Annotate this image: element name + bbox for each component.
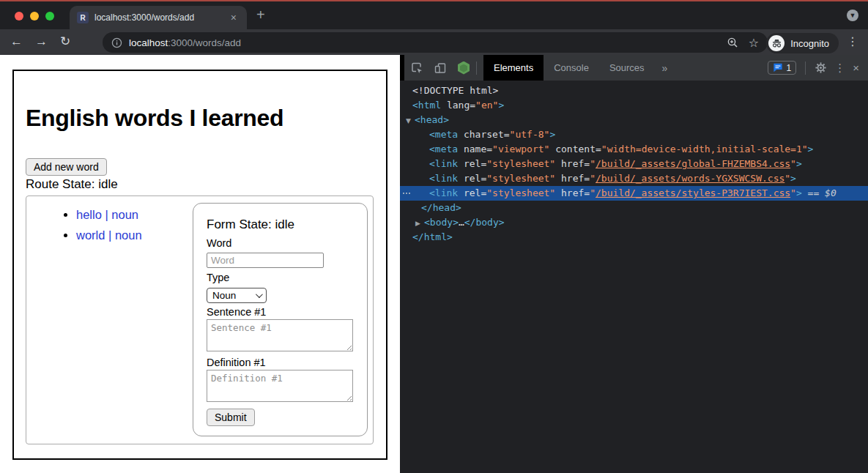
- device-toolbar-icon[interactable]: [434, 62, 447, 75]
- code-token-tag: <link: [429, 173, 458, 184]
- maximize-window-button[interactable]: [45, 12, 54, 21]
- code-token-tag: </html>: [412, 231, 453, 242]
- dom-tree-node[interactable]: <meta name="viewport" content="width=dev…: [400, 142, 868, 157]
- code-token-tag: <html: [412, 100, 441, 111]
- browser-menu-icon[interactable]: ⋮: [847, 34, 858, 48]
- code-token-attr: rel: [458, 158, 481, 169]
- dom-tree-node[interactable]: </html>: [400, 230, 868, 245]
- zoom-icon[interactable]: [727, 37, 738, 48]
- sentence-textarea[interactable]: [207, 319, 353, 351]
- node-more-actions-icon[interactable]: [403, 193, 404, 194]
- devtools-tabs: ElementsConsoleSources: [483, 55, 655, 81]
- submit-button[interactable]: Submit: [207, 409, 255, 426]
- page-info-icon[interactable]: [111, 37, 122, 48]
- code-token-str: "en": [475, 100, 498, 111]
- code-token-attr: charset: [458, 129, 504, 140]
- code-token-str: "width=device-width,initial-scale=1": [601, 144, 808, 154]
- code-token-tag: </body>: [464, 217, 505, 228]
- url-text: localhost:3000/words/add: [129, 37, 241, 48]
- code-token-eq: =: [470, 100, 475, 111]
- code-token-str: ": [590, 173, 596, 184]
- code-token-str: ": [790, 187, 796, 198]
- dom-tree-node[interactable]: ▶<body>…</body>: [400, 215, 868, 230]
- dom-tree-node[interactable]: </head>: [400, 201, 868, 215]
- code-token-link[interactable]: /build/_assets/words-YGXSWCSW.css: [596, 173, 784, 184]
- inspect-element-icon[interactable]: [410, 62, 423, 75]
- dom-tree-node[interactable]: <!DOCTYPE html>: [400, 83, 868, 98]
- address-bar[interactable]: localhost:3000/words/add ☆: [103, 32, 768, 53]
- code-token-tag: <head>: [415, 114, 449, 125]
- code-token-eq: =: [584, 173, 590, 184]
- code-token-link[interactable]: /build/_assets/global-FHZEMBS4.css: [596, 158, 790, 169]
- type-label: Type: [207, 272, 229, 283]
- page-title: English words I learned: [26, 105, 283, 132]
- definition-textarea[interactable]: [207, 370, 353, 402]
- dom-tree-node[interactable]: <html lang="en">: [400, 98, 868, 113]
- toolbar-divider: [805, 62, 806, 75]
- traffic-lights[interactable]: [15, 12, 54, 21]
- word-input[interactable]: [207, 253, 324, 268]
- tab-close-icon[interactable]: ×: [228, 11, 240, 24]
- word-link[interactable]: hello | noun: [76, 208, 138, 221]
- code-token-str: "utf-8": [510, 129, 550, 140]
- settings-gear-icon[interactable]: [815, 62, 827, 74]
- code-token-tag: >: [796, 187, 802, 198]
- devtools-tab-console[interactable]: Console: [544, 55, 599, 81]
- code-token-tag: <meta: [429, 129, 458, 140]
- minimize-window-button[interactable]: [30, 12, 39, 21]
- dom-tree-node[interactable]: <link rel="stylesheet" href="/build/_ass…: [400, 186, 868, 201]
- code-token-eq: =: [584, 187, 590, 198]
- word-link[interactable]: world | noun: [76, 228, 142, 242]
- code-token-str: "stylesheet": [486, 158, 555, 169]
- add-word-form: Form State: idle Word Type Noun Sentence…: [193, 203, 368, 436]
- route-state-text: Route State: idle: [26, 177, 118, 192]
- code-token-attr: name: [458, 144, 486, 154]
- expand-arrow-icon[interactable]: ▼: [406, 113, 415, 128]
- code-token-attr: rel: [458, 187, 481, 198]
- address-toolbar: ← → ↻ localhost:3000/words/add ☆: [0, 29, 868, 55]
- devtools-tab-sources[interactable]: Sources: [599, 55, 655, 81]
- code-token-tag: >: [808, 144, 814, 154]
- dom-tree-node[interactable]: <link rel="stylesheet" href="/build/_ass…: [400, 157, 868, 171]
- code-token-tag: <link: [429, 187, 458, 198]
- collapse-arrow-icon[interactable]: ▶: [415, 216, 424, 231]
- bookmark-star-icon[interactable]: ☆: [749, 36, 759, 50]
- code-token-eq: =: [596, 144, 601, 154]
- app-outer-border: English words I learned Add new word Rou…: [12, 70, 387, 460]
- add-new-word-button[interactable]: Add new word: [26, 158, 107, 176]
- close-window-button[interactable]: [15, 12, 23, 21]
- code-token-str: ": [590, 187, 596, 198]
- vue-devtools-icon[interactable]: [458, 62, 470, 75]
- reload-icon[interactable]: ↻: [60, 34, 70, 50]
- code-token-text: …: [459, 217, 464, 228]
- more-tabs-icon[interactable]: »: [655, 62, 675, 74]
- incognito-badge: Incognito: [766, 33, 839, 53]
- devtools-divider[interactable]: [400, 55, 404, 81]
- code-token-str: "stylesheet": [486, 187, 555, 198]
- dom-tree-node[interactable]: <link rel="stylesheet" href="/build/_ass…: [400, 171, 868, 186]
- devtools-menu-icon[interactable]: ⋮: [834, 62, 845, 75]
- definition-label: Definition #1: [207, 357, 266, 368]
- code-token-tag: </head>: [421, 202, 461, 213]
- tab-search-chevron-icon[interactable]: ▼: [847, 10, 858, 21]
- incognito-label: Incognito: [790, 38, 829, 49]
- dom-tree-node[interactable]: ▼<head>: [400, 113, 868, 127]
- browser-tab[interactable]: R localhost:3000/words/add ×: [70, 6, 247, 29]
- code-token-link[interactable]: /build/_assets/styles-P3R7IEST.css: [596, 187, 790, 198]
- devtools-close-icon[interactable]: ×: [853, 62, 859, 74]
- back-icon[interactable]: ←: [10, 34, 23, 50]
- code-token-tag: <body>: [424, 217, 459, 228]
- devtools-tab-elements[interactable]: Elements: [483, 55, 544, 81]
- forward-icon[interactable]: →: [35, 34, 48, 50]
- issues-badge[interactable]: 1: [768, 61, 797, 75]
- new-tab-button[interactable]: +: [256, 6, 265, 23]
- code-token-tag: <link: [429, 158, 458, 169]
- code-token-doc: <!DOCTYPE html>: [412, 85, 498, 96]
- dom-tree-node[interactable]: <meta charset="utf-8">: [400, 127, 868, 142]
- window-top-accent: [0, 0, 868, 1]
- word-list-item: world | noun: [76, 228, 142, 242]
- type-select-value: Noun: [212, 290, 236, 301]
- type-select[interactable]: Noun: [207, 288, 267, 303]
- code-token-tag: <meta: [429, 144, 458, 154]
- word-label: Word: [207, 237, 231, 249]
